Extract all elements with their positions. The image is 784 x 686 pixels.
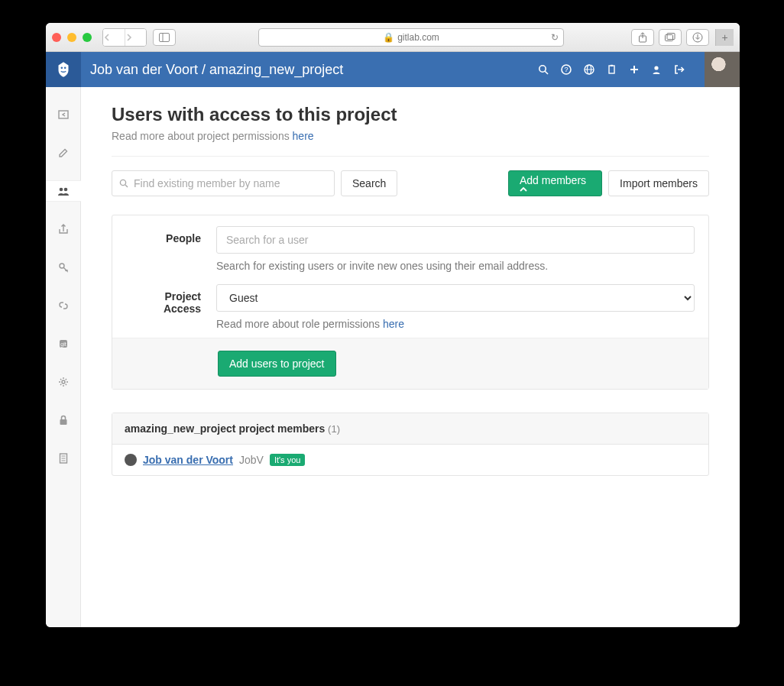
svg-point-20 xyxy=(63,188,67,192)
git-icon[interactable]: git xyxy=(46,333,81,354)
access-select[interactable]: Guest xyxy=(216,284,695,312)
tabs-button[interactable] xyxy=(659,29,682,46)
add-members-label: Add members xyxy=(520,174,586,186)
access-help-text: Read more about role permissions xyxy=(216,318,383,330)
app-topbar: Job van der Voort / amazing_new_project … xyxy=(46,52,740,87)
pages-icon[interactable] xyxy=(46,448,81,469)
member-username: JobV xyxy=(239,454,264,466)
search-button[interactable]: Search xyxy=(341,170,397,196)
webhooks-icon[interactable] xyxy=(46,295,81,316)
svg-rect-25 xyxy=(60,419,66,425)
members-heading-text: amazing_new_project project members xyxy=(125,422,325,435)
people-row: People Search for existing users or invi… xyxy=(112,215,708,280)
permissions-link[interactable]: here xyxy=(293,130,314,142)
action-row: Search Add members Import members xyxy=(112,170,709,196)
clipboard-icon[interactable] xyxy=(607,64,617,75)
breadcrumb-owner: Job van der Voort xyxy=(90,62,198,77)
browser-right-buttons xyxy=(631,29,709,46)
svg-rect-3 xyxy=(666,34,673,40)
members-icon[interactable] xyxy=(46,180,81,202)
add-members-button[interactable]: Add members xyxy=(508,170,602,196)
breadcrumb[interactable]: Job van der Voort / amazing_new_project xyxy=(81,62,538,78)
svg-point-19 xyxy=(59,188,63,192)
members-heading: amazing_new_project project members (1) xyxy=(112,413,708,445)
back-button[interactable] xyxy=(103,29,125,46)
svg-rect-16 xyxy=(611,65,613,66)
svg-point-6 xyxy=(61,67,63,70)
permissions-subtext: Read more about project permissions here xyxy=(112,130,709,142)
find-member-wrap xyxy=(112,170,335,196)
svg-line-31 xyxy=(125,185,128,187)
import-members-button[interactable]: Import members xyxy=(608,170,709,196)
svg-point-30 xyxy=(120,180,125,185)
help-icon[interactable]: ? xyxy=(561,64,572,75)
people-help: Search for existing users or invite new … xyxy=(216,260,695,272)
plus-icon[interactable] xyxy=(630,65,639,74)
minimize-window-button[interactable] xyxy=(67,33,76,42)
forward-button[interactable] xyxy=(125,29,146,46)
sidebar-collapse-icon[interactable] xyxy=(46,104,81,125)
search-icon[interactable] xyxy=(538,64,549,75)
svg-point-24 xyxy=(62,380,65,383)
lock-icon: 🔒 xyxy=(383,32,394,43)
main-content: Users with access to this project Read m… xyxy=(81,87,740,627)
divider xyxy=(112,156,709,157)
add-members-panel: People Search for existing users or invi… xyxy=(112,215,709,390)
svg-point-7 xyxy=(64,67,66,70)
protected-icon[interactable] xyxy=(46,409,81,431)
svg-rect-15 xyxy=(609,66,614,73)
url-bar[interactable]: 🔒 gitlab.com ↻ xyxy=(258,28,564,47)
svg-line-9 xyxy=(545,71,548,74)
signout-icon[interactable] xyxy=(674,64,685,75)
browser-titlebar: 🔒 gitlab.com ↻ + xyxy=(46,23,740,52)
people-label: People xyxy=(126,226,201,272)
edit-icon[interactable] xyxy=(46,142,81,163)
role-permissions-link[interactable]: here xyxy=(383,318,404,330)
deploy-keys-icon[interactable] xyxy=(46,257,81,278)
page-title: Users with access to this project xyxy=(112,104,709,125)
settings-icon[interactable] xyxy=(46,371,81,393)
breadcrumb-sep: / xyxy=(198,62,209,77)
user-icon[interactable] xyxy=(651,64,662,75)
share-icon[interactable] xyxy=(46,218,81,240)
nav-back-forward xyxy=(102,28,147,47)
member-name-link[interactable]: Job van der Voort xyxy=(143,454,233,466)
svg-point-17 xyxy=(654,66,658,70)
find-member-input[interactable] xyxy=(112,170,335,196)
form-footer: Add users to project xyxy=(112,338,708,389)
project-sidebar: git xyxy=(46,87,81,627)
members-count: (1) xyxy=(328,423,340,435)
svg-point-8 xyxy=(539,66,546,72)
new-tab-button[interactable]: + xyxy=(715,29,734,46)
app-body: git Users with access to this project Re… xyxy=(46,87,740,627)
chevron-up-icon xyxy=(520,186,591,193)
permissions-text: Read more about project permissions xyxy=(112,130,293,142)
downloads-button[interactable] xyxy=(686,29,709,46)
access-label: Project Access xyxy=(126,284,201,330)
access-help: Read more about role permissions here xyxy=(216,318,695,330)
url-host: gitlab.com xyxy=(397,32,439,43)
people-input[interactable] xyxy=(216,226,695,254)
its-you-badge: It's you xyxy=(270,454,306,466)
svg-text:?: ? xyxy=(564,66,568,73)
reload-icon[interactable]: ↻ xyxy=(551,32,559,43)
add-users-button[interactable]: Add users to project xyxy=(218,351,336,377)
breadcrumb-project: amazing_new_project xyxy=(209,62,343,77)
member-row: Job van der Voort JobV It's you xyxy=(112,445,708,475)
close-window-button[interactable] xyxy=(52,33,61,42)
access-row: Project Access Guest Read more about rol… xyxy=(112,280,708,338)
member-avatar xyxy=(125,454,137,466)
search-icon xyxy=(119,179,128,188)
gitlab-logo[interactable] xyxy=(46,52,81,87)
svg-text:git: git xyxy=(60,341,66,348)
svg-rect-4 xyxy=(667,33,675,39)
sidebar-toggle-button[interactable] xyxy=(153,29,176,46)
globe-icon[interactable] xyxy=(584,64,594,75)
user-avatar[interactable] xyxy=(705,52,740,87)
window-controls xyxy=(52,33,92,42)
maximize-window-button[interactable] xyxy=(83,33,92,42)
share-button[interactable] xyxy=(631,29,654,46)
browser-window: 🔒 gitlab.com ↻ + Job van der Voort / ama… xyxy=(46,23,740,627)
topbar-icons: ? xyxy=(538,52,740,87)
members-panel: amazing_new_project project members (1) … xyxy=(112,413,709,476)
